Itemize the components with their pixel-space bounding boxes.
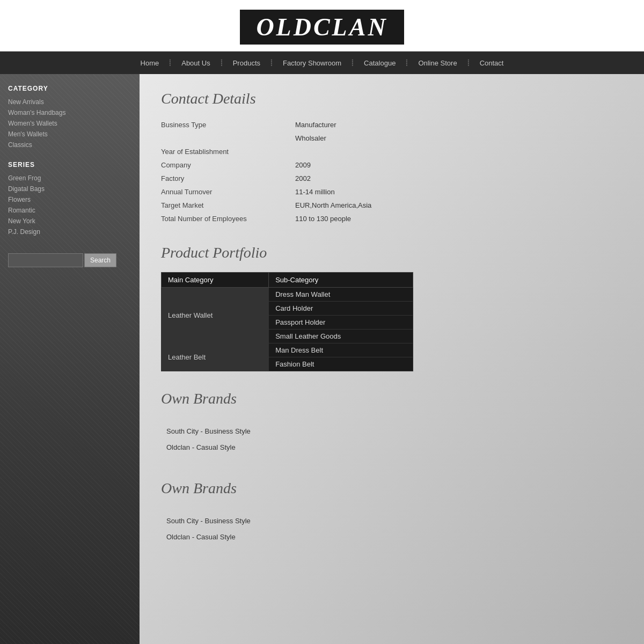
contact-row: Total Number of Employees110 to 130 peop… bbox=[161, 212, 623, 225]
portfolio-header: Sub-Category bbox=[269, 273, 413, 288]
portfolio-sub-category: Man Dress Belt bbox=[269, 343, 413, 357]
nav-item-online-store[interactable]: Online Store bbox=[408, 52, 466, 74]
series-links: Green FrogDigatal BagsFlowersRomanticNew… bbox=[8, 173, 131, 237]
brand-item: South City - Business Style bbox=[161, 513, 623, 529]
brand-item: Oldclan - Casual Style bbox=[161, 440, 623, 456]
nav-item-factory-showroom[interactable]: Factory Showroom bbox=[273, 52, 351, 74]
contact-label: Company bbox=[161, 158, 295, 172]
portfolio-row: Leather BeltMan Dress Belt bbox=[162, 343, 413, 357]
contact-value: Manufacturer bbox=[295, 118, 623, 131]
sidebar-item-new-arrivals[interactable]: New Arrivals bbox=[8, 97, 131, 107]
sidebar-series-p.j.-design[interactable]: P.J. Design bbox=[8, 226, 131, 237]
brands-content-2: South City - Business StyleOldclan - Cas… bbox=[161, 508, 623, 551]
portfolio-sub-category: Dress Man Wallet bbox=[269, 288, 413, 302]
sidebar-item-classics[interactable]: Classics bbox=[8, 140, 131, 150]
portfolio-main-category: Leather Wallet bbox=[162, 288, 269, 343]
contact-label: Total Number of Employees bbox=[161, 212, 295, 225]
contact-value: 2002 bbox=[295, 172, 623, 185]
portfolio-main-category: Leather Belt bbox=[162, 343, 269, 371]
portfolio-heading: Product Portfolio bbox=[161, 244, 623, 261]
portfolio-header: Main Category bbox=[162, 273, 269, 288]
contact-label: Target Market bbox=[161, 199, 295, 212]
brand-item: Oldclan - Casual Style bbox=[161, 529, 623, 545]
navigation: Home⁞About Us⁞Products⁞Factory Showroom⁞… bbox=[0, 52, 644, 74]
contact-value: Wholsaler bbox=[295, 131, 623, 145]
portfolio-sub-category: Small Leather Goods bbox=[269, 330, 413, 343]
main-content: Contact Details Business TypeManufacture… bbox=[140, 74, 644, 644]
sidebar-item-woman's-handbags[interactable]: Woman's Handbags bbox=[8, 107, 131, 118]
series-title: SERIES bbox=[8, 161, 131, 169]
contact-label: Annual Turnover bbox=[161, 185, 295, 199]
own-brands-heading-2: Own Brands bbox=[161, 480, 623, 497]
contact-value: 2009 bbox=[295, 158, 623, 172]
nav-item-products[interactable]: Products bbox=[223, 52, 270, 74]
portfolio-sub-category: Card Holder bbox=[269, 302, 413, 316]
search-input[interactable] bbox=[8, 253, 83, 267]
logo: OLDCLAN bbox=[240, 10, 404, 45]
contact-label: Factory bbox=[161, 172, 295, 185]
contact-row: Business TypeManufacturer bbox=[161, 118, 623, 131]
contact-value: 110 to 130 people bbox=[295, 212, 623, 225]
sidebar-series-new-york[interactable]: New York bbox=[8, 216, 131, 226]
sidebar-item-men's-wallets[interactable]: Men's Wallets bbox=[8, 129, 131, 140]
contact-row: Year of Establishment bbox=[161, 145, 623, 158]
contact-label bbox=[161, 131, 295, 145]
contact-table: Business TypeManufacturerWholsalerYear o… bbox=[161, 118, 623, 225]
contact-value: EUR,North America,Asia bbox=[295, 199, 623, 212]
sidebar-series-digatal-bags[interactable]: Digatal Bags bbox=[8, 184, 131, 194]
contact-label: Business Type bbox=[161, 118, 295, 131]
portfolio-sub-category: Fashion Belt bbox=[269, 357, 413, 371]
header: OLDCLAN bbox=[0, 0, 644, 52]
portfolio-sub-category: Passport Holder bbox=[269, 316, 413, 330]
contact-value bbox=[295, 145, 623, 158]
contact-label: Year of Establishment bbox=[161, 145, 295, 158]
contact-value: 11-14 million bbox=[295, 185, 623, 199]
category-title: CATEGORY bbox=[8, 85, 131, 92]
contact-row: Company2009 bbox=[161, 158, 623, 172]
nav-item-contact[interactable]: Contact bbox=[470, 52, 514, 74]
layout: CATEGORY New ArrivalsWoman's HandbagsWom… bbox=[0, 74, 644, 644]
sidebar: CATEGORY New ArrivalsWoman's HandbagsWom… bbox=[0, 74, 140, 644]
portfolio-row: Leather WalletDress Man Wallet bbox=[162, 288, 413, 302]
nav-item-home[interactable]: Home bbox=[131, 52, 169, 74]
contact-row: Target MarketEUR,North America,Asia bbox=[161, 199, 623, 212]
contact-heading: Contact Details bbox=[161, 90, 623, 107]
nav-item-about-us[interactable]: About Us bbox=[172, 52, 219, 74]
search-button[interactable]: Search bbox=[84, 253, 116, 267]
nav-item-catalogue[interactable]: Catalogue bbox=[354, 52, 405, 74]
search-area: Search bbox=[8, 253, 131, 267]
sidebar-series-romantic[interactable]: Romantic bbox=[8, 205, 131, 216]
contact-row: Factory2002 bbox=[161, 172, 623, 185]
sidebar-item-women's-wallets[interactable]: Women's Wallets bbox=[8, 118, 131, 129]
sidebar-series-green-frog[interactable]: Green Frog bbox=[8, 173, 131, 184]
sidebar-series-flowers[interactable]: Flowers bbox=[8, 194, 131, 205]
brand-item: South City - Business Style bbox=[161, 423, 623, 440]
category-links: New ArrivalsWoman's HandbagsWomen's Wall… bbox=[8, 97, 131, 150]
contact-row: Wholsaler bbox=[161, 131, 623, 145]
contact-row: Annual Turnover11-14 million bbox=[161, 185, 623, 199]
portfolio-table: Main CategorySub-Category Leather Wallet… bbox=[161, 272, 413, 371]
brands-content-1: South City - Business StyleOldclan - Cas… bbox=[161, 418, 623, 461]
own-brands-heading-1: Own Brands bbox=[161, 390, 623, 407]
